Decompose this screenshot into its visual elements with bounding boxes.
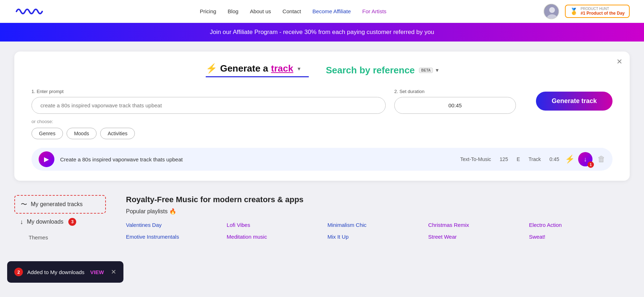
affiliate-banner[interactable]: Join our Affiliate Program - receive 30%… [0, 23, 644, 42]
nav-contact[interactable]: Contact [283, 8, 301, 14]
content-area: Royalty-Free Music for modern creators &… [114, 188, 644, 248]
playlist-minimalism[interactable]: Lofi Vibes [227, 220, 328, 229]
track-type: Text-To-Music [460, 156, 491, 162]
nav-affiliate[interactable]: Become Affiliate [312, 8, 351, 14]
chip-row: Genres Moods Activities [31, 128, 386, 139]
playlist-valentines[interactable]: Valentines Day [126, 220, 227, 229]
themes-label: Themes [14, 234, 106, 240]
nav-pricing[interactable]: Pricing [200, 8, 216, 14]
tab-generate[interactable]: ⚡ Generate a track ▾ [206, 63, 309, 77]
playlist-lofi[interactable]: Emotive Instrumentals [126, 232, 227, 241]
or-choose-label: or choose: [31, 119, 386, 124]
navbar: Pricing Blog About us Contact Become Aff… [0, 0, 644, 23]
playlists-grid: Valentines Day Lofi Vibes Minimalism Chi… [126, 220, 630, 241]
bottom-section: 〜 My generated tracks ↓ My downloads 3 T… [0, 188, 644, 248]
chip-genres[interactable]: Genres [31, 128, 63, 139]
main-card: ✕ ⚡ Generate a track ▾ Search by referen… [14, 52, 630, 181]
tab-track-word: track [271, 63, 293, 74]
waveform-icon: 〜 [21, 200, 27, 209]
nav-right: 🥇 PRODUCT HUNT #1 Product of the Day [543, 4, 630, 19]
svg-point-1 [549, 7, 555, 13]
track-duration: 0:45 [550, 156, 559, 162]
nav-for-artists[interactable]: For Artists [362, 8, 387, 14]
tab-search-text: Search by reference [326, 65, 415, 76]
download-button[interactable]: ↓ 1 [578, 152, 592, 166]
playlist-mixitup[interactable]: Street Wear [428, 232, 529, 241]
tab-search[interactable]: Search by reference BETA ▾ [309, 65, 438, 76]
playlist-christmas[interactable]: Meditation music [227, 232, 328, 241]
track-title: Create a 80s inspired vaporwave track th… [60, 156, 454, 162]
nav-about[interactable]: About us [250, 8, 271, 14]
track-actions: ⚡ ↓ 1 🗑 [565, 152, 605, 166]
duration-input[interactable] [394, 97, 516, 114]
track-row: ▶ Create a 80s inspired vaporwave track … [31, 148, 613, 171]
playlist-emotive[interactable]: Mix It Up [327, 232, 428, 241]
duration-label: 2. Set duration [394, 89, 516, 94]
close-button[interactable]: ✕ [616, 57, 623, 66]
track-key: E [517, 156, 520, 162]
product-hunt-sub: PRODUCT HUNT [581, 7, 625, 11]
form-row: 1. Enter prompt or choose: Genres Moods … [31, 89, 613, 139]
download-icon: ↓ [20, 218, 23, 226]
tab-generate-text: Generate a [220, 63, 268, 74]
chip-moods[interactable]: Moods [67, 128, 97, 139]
playlist-meditation[interactable]: Christmas Remix [428, 220, 529, 229]
chip-activities[interactable]: Activities [100, 128, 135, 139]
play-button[interactable]: ▶ [39, 151, 54, 167]
sidebar-item-downloads[interactable]: ↓ My downloads 3 [14, 214, 106, 230]
caret-icon: ▾ [298, 66, 300, 72]
sidebar-generated-label: My generated tracks [31, 201, 83, 208]
bolt-icon: ⚡ [206, 63, 217, 74]
delete-icon[interactable]: 🗑 [597, 155, 605, 164]
popular-playlists-label: Popular playlists 🔥 [126, 208, 630, 215]
medal-icon: 🥇 [570, 8, 578, 15]
product-badge[interactable]: 🥇 PRODUCT HUNT #1 Product of the Day [565, 5, 630, 18]
download-badge: 1 [587, 161, 594, 168]
logo[interactable] [14, 5, 43, 18]
track-meta: Text-To-Music 125 E Track 0:45 [460, 156, 559, 162]
content-title: Royalty-Free Music for modern creators &… [126, 195, 630, 204]
avatar[interactable] [543, 4, 559, 19]
prompt-col: 1. Enter prompt or choose: Genres Moods … [31, 89, 386, 139]
generate-button[interactable]: Generate track [536, 92, 613, 111]
downloads-badge: 3 [68, 218, 76, 226]
generate-col: Generate track [525, 89, 613, 111]
affiliate-banner-text: Join our Affiliate Program - receive 30%… [210, 29, 434, 35]
nav-links: Pricing Blog About us Contact Become Aff… [200, 8, 387, 14]
sidebar: 〜 My generated tracks ↓ My downloads 3 T… [0, 188, 114, 248]
prompt-input[interactable] [31, 97, 386, 114]
product-hunt-main: #1 Product of the Day [581, 11, 625, 16]
beta-badge: BETA [419, 68, 433, 73]
track-bpm: 125 [500, 156, 508, 162]
duration-col: 2. Set duration [394, 89, 516, 114]
track-label: Track [528, 156, 541, 162]
nav-blog[interactable]: Blog [228, 8, 238, 14]
tabs-row: ⚡ Generate a track ▾ Search by reference… [31, 63, 613, 77]
sidebar-item-generated[interactable]: 〜 My generated tracks [14, 195, 106, 214]
playlist-sweat[interactable]: Sweat! [529, 232, 630, 241]
search-caret-icon: ▾ [436, 67, 438, 73]
playlist-streetwear[interactable]: Electro Action [529, 220, 630, 229]
playlist-electro[interactable]: Minimalism Chic [327, 220, 428, 229]
regenerate-icon[interactable]: ⚡ [565, 155, 575, 164]
prompt-label: 1. Enter prompt [31, 89, 386, 94]
sidebar-downloads-label: My downloads [27, 219, 63, 225]
